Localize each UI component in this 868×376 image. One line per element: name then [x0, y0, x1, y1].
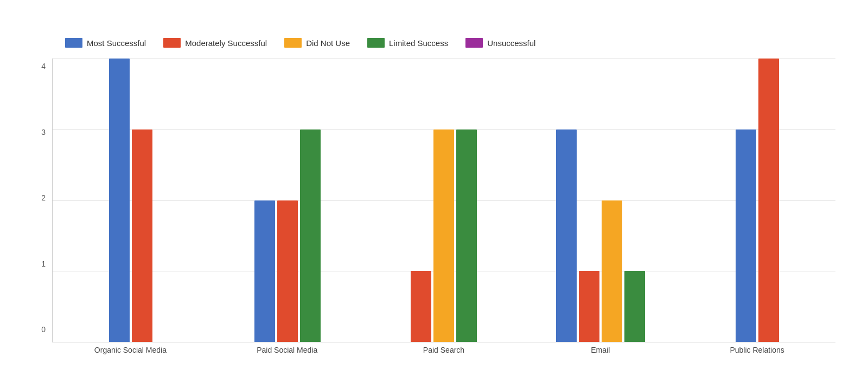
bar [624, 271, 645, 342]
bar [556, 129, 577, 342]
x-axis-label: Email [522, 346, 679, 354]
bar [602, 200, 622, 342]
x-axis-labels: Organic Social MediaPaid Social MediaPai… [52, 346, 835, 354]
chart-area: 43210 Organic Social MediaPaid Social Me… [33, 59, 835, 354]
plot-area [52, 59, 835, 342]
bar [579, 271, 599, 342]
legend-item: Most Successful [65, 38, 146, 48]
bar [277, 200, 298, 342]
legend-swatch [65, 38, 82, 48]
legend-label: Unsuccessful [487, 38, 535, 48]
legend: Most SuccessfulModerately SuccessfulDid … [65, 38, 835, 48]
bar-group [366, 59, 522, 342]
bar [758, 59, 779, 342]
y-axis-label: 0 [41, 324, 46, 335]
legend-swatch [284, 38, 302, 48]
x-axis-label: Organic Social Media [52, 346, 209, 354]
legend-item: Unsuccessful [465, 38, 535, 48]
bar [433, 129, 454, 342]
groups-row [53, 59, 835, 342]
bar [254, 200, 275, 342]
bar [736, 129, 756, 342]
legend-label: Moderately Successful [185, 38, 267, 48]
legend-item: Did Not Use [284, 38, 350, 48]
legend-item: Moderately Successful [163, 38, 267, 48]
bar [132, 129, 152, 342]
y-axis-label: 1 [41, 258, 46, 269]
legend-label: Most Successful [87, 38, 146, 48]
bar-group [53, 59, 209, 342]
y-axis-label: 3 [41, 127, 46, 138]
y-axis-label: 4 [41, 61, 46, 72]
chart-container: Most SuccessfulModerately SuccessfulDid … [0, 0, 868, 376]
legend-swatch [367, 38, 385, 48]
bar-group [522, 59, 679, 342]
bar-group [209, 59, 366, 342]
y-axis: 43210 [33, 59, 52, 354]
y-axis-label: 2 [41, 192, 46, 203]
x-axis-label: Paid Social Media [209, 346, 366, 354]
bar [300, 129, 321, 342]
legend-label: Limited Success [389, 38, 448, 48]
chart-plot: Organic Social MediaPaid Social MediaPai… [52, 59, 835, 354]
x-axis-label: Paid Search [366, 346, 522, 354]
legend-swatch [163, 38, 181, 48]
x-axis-label: Public Relations [679, 346, 835, 354]
bar-group [679, 59, 835, 342]
legend-item: Limited Success [367, 38, 448, 48]
legend-swatch [465, 38, 483, 48]
legend-label: Did Not Use [306, 38, 350, 48]
bar [411, 271, 431, 342]
bar [109, 59, 130, 342]
bar [456, 129, 477, 342]
